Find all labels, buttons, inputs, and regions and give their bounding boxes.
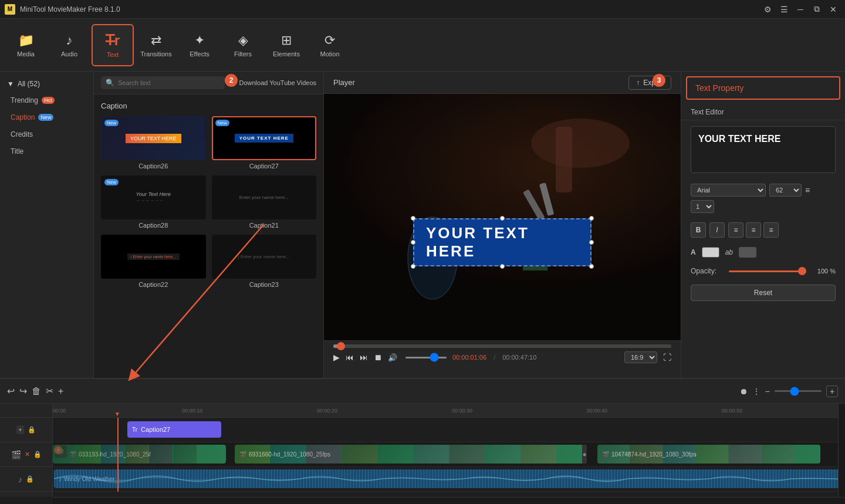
play-button[interactable]: ▶ [333, 353, 340, 362]
line-spacing-select[interactable]: 1 1.5 2 [691, 200, 714, 213]
zoom-out-button[interactable]: − [765, 387, 770, 396]
aspect-ratio-select[interactable]: 16:9 9:16 1:1 4:3 [624, 351, 657, 363]
text-editor-area[interactable]: YOUR TEXT HERE [691, 126, 836, 173]
add-track-button[interactable]: + [16, 425, 25, 434]
split-button[interactable]: ⋮ [752, 387, 760, 396]
settings-icon[interactable]: ⚙ [760, 4, 775, 15]
playhead[interactable] [117, 418, 119, 492]
opacity-slider[interactable] [729, 270, 806, 272]
sidebar-item-credits[interactable]: Credits [4, 126, 90, 143]
add-button[interactable]: + [58, 386, 63, 397]
caption-label-21: Caption21 [212, 222, 317, 229]
caption-item-27[interactable]: New YOUR TEXT HERE Caption27 [212, 116, 317, 170]
zoom-slider[interactable] [775, 390, 822, 392]
caption-item-23[interactable]: | Enter your name here... Caption23 [212, 235, 317, 288]
caption-thumb-26[interactable]: New YOUR TEXT HERE [101, 116, 206, 160]
zoom-in-button[interactable]: + [826, 385, 838, 397]
video-lock-icon[interactable]: ✕ [25, 451, 30, 458]
toolbar-effects-label: Effects [190, 50, 209, 57]
bold-button[interactable]: B [691, 222, 706, 238]
audio-icon: ♪ [66, 33, 73, 48]
toolbar-transitions-label: Transitions [140, 50, 171, 57]
minimize-button[interactable]: ─ [793, 4, 807, 15]
overlay-text-value[interactable]: YOUR TEXT HERE [413, 218, 592, 266]
video-track-lock[interactable]: 🔒 [33, 451, 42, 458]
cut-button[interactable]: ✂ [46, 385, 53, 397]
handle-mr [589, 240, 594, 245]
sidebar-item-caption[interactable]: Caption New [4, 109, 90, 126]
align-right-button[interactable]: ≡ [763, 222, 779, 238]
caption-item-28[interactable]: New Your Text Here～～～～～～ Caption28 [101, 175, 206, 229]
toolbar-item-filters[interactable]: ◈ Filters [222, 24, 264, 66]
caption-thumb-22[interactable]: / Enter your name here... [101, 235, 206, 279]
scrollbar-horizontal[interactable] [53, 497, 845, 504]
search-input[interactable] [118, 79, 220, 86]
scrollbar-vertical[interactable] [838, 404, 845, 497]
fullscreen-button[interactable]: ⛶ [663, 353, 671, 362]
sidebar-all[interactable]: ▼ All (52) [0, 76, 93, 92]
prev-button[interactable]: ⏮ [346, 353, 354, 362]
caption-item-21[interactable]: Enter your name here... Caption21 [212, 175, 317, 229]
text-editor-title: Text Editor [691, 108, 724, 116]
sidebar-item-title[interactable]: Title [4, 143, 90, 160]
italic-button[interactable]: I [709, 222, 725, 238]
caption-thumb-28[interactable]: New Your Text Here～～～～～～ [101, 175, 206, 219]
caption-thumb-21[interactable]: Enter your name here... [212, 175, 317, 219]
font-size-select[interactable]: 62 48 36 24 18 12 [769, 184, 802, 197]
progress-thumb[interactable] [337, 342, 345, 350]
annotation-2: 2 [225, 74, 238, 87]
toolbar-item-motion[interactable]: ⟳ Motion [309, 24, 351, 66]
toolbar-item-elements[interactable]: ⊞ Elements [265, 24, 307, 66]
timeline-body: + 🔒 🎬 ✕ 🔒 ♪ 🔒 00:00 00:00:10 00:00:20 [0, 404, 845, 497]
line-spacing-icon: ≡ [805, 185, 810, 195]
search-box[interactable]: 🔍 [101, 76, 225, 89]
video-clip-2[interactable]: 🎬 6931660-hd_1920_1080_25fps [235, 445, 587, 464]
align-center-button[interactable]: ≡ [746, 222, 761, 238]
reset-button[interactable]: Reset [691, 285, 836, 301]
media-icon: 📁 [18, 33, 34, 48]
sidebar-item-trending[interactable]: Trending Hot [4, 92, 90, 109]
video-clip-3[interactable]: 🎬 10474874-hd_1920_1080_30fps [597, 445, 820, 464]
audio-lock-icon[interactable]: 🔒 [26, 475, 34, 483]
export-icon: ↑ [636, 79, 640, 87]
undo-button[interactable]: ↩ [7, 385, 15, 397]
toolbar-item-media[interactable]: 📁 Media [5, 24, 47, 66]
caption-thumb-23[interactable]: | Enter your name here... [212, 235, 317, 279]
text-icon: T̶r [106, 32, 120, 49]
sidebar-credits-label: Credits [11, 130, 33, 138]
text-editor-value[interactable]: YOUR TEXT HERE [698, 134, 780, 144]
title-bar: M MiniTool MovieMaker Free 8.1.0 ⚙ ☰ ─ ⧉… [0, 0, 845, 19]
color-row: A ab [681, 242, 845, 262]
align-left-button[interactable]: ≡ [728, 222, 743, 238]
toolbar-item-transitions[interactable]: ⇄ Transitions [135, 24, 177, 66]
redo-button[interactable]: ↪ [19, 385, 27, 397]
close-button[interactable]: ✕ [826, 4, 840, 15]
font-family-select[interactable]: Arial Times New Roman Helvetica [691, 184, 766, 197]
delete-button[interactable]: 🗑 [32, 386, 41, 397]
toolbar-item-effects[interactable]: ✦ Effects [178, 24, 221, 66]
content-body: Caption New YOUR TEXT HERE Caption26 New [94, 94, 323, 378]
next-button[interactable]: ⏭ [360, 353, 368, 362]
caption-item-22[interactable]: / Enter your name here... Caption22 [101, 235, 206, 288]
progress-bar[interactable] [333, 344, 671, 348]
video-clip-1[interactable]: 🎬 ✕ 🎬 033193-hd_1920_1080_25f [53, 445, 226, 464]
download-youtube-button[interactable]: ⬇ Download YouTube Videos [232, 79, 317, 87]
audio-waveform [54, 469, 838, 488]
player-panel: Player ↑ Export [324, 72, 681, 378]
background-color-swatch[interactable] [739, 247, 756, 258]
record-button[interactable]: ⏺ [739, 387, 748, 396]
caption-lock-icon[interactable]: 🔒 [28, 426, 36, 434]
caption-track-item[interactable]: Tr Caption27 [127, 421, 221, 438]
menu-icon[interactable]: ☰ [777, 4, 791, 15]
audio-clip[interactable]: ♪ Windy Old Weather [54, 469, 838, 488]
font-color-swatch[interactable] [702, 247, 719, 258]
app-title: MiniTool MovieMaker Free 8.1.0 [20, 5, 120, 13]
caption-item-26[interactable]: New YOUR TEXT HERE Caption26 [101, 116, 206, 170]
restore-button[interactable]: ⧉ [810, 4, 824, 15]
toolbar-item-text[interactable]: T̶r Text [92, 24, 134, 66]
caption-thumb-27[interactable]: New YOUR TEXT HERE [212, 116, 317, 160]
video-text-overlay[interactable]: YOUR TEXT HERE [413, 218, 592, 266]
stop-button[interactable]: ⏹ [374, 353, 382, 362]
volume-slider[interactable] [405, 357, 447, 358]
toolbar-item-audio[interactable]: ♪ Audio [48, 24, 90, 66]
